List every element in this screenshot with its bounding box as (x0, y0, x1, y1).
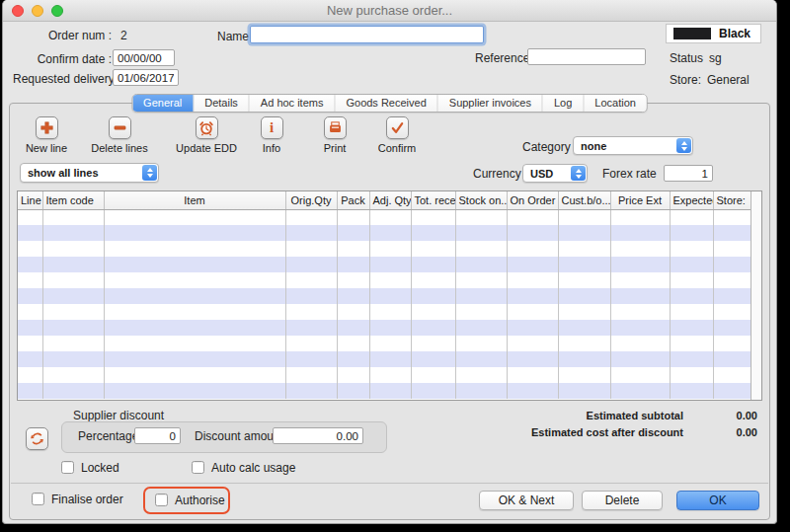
forex-rate-input[interactable] (664, 165, 713, 182)
order-lines-table: LineItem codeItemOrig.QtyPackAdj. QtyTot… (17, 190, 762, 401)
line-filter-value: show all lines (28, 167, 99, 179)
minus-icon (113, 120, 127, 135)
column-header-adj-qty[interactable]: Adj. Qty (369, 191, 411, 209)
column-header-item-code[interactable]: Item code (42, 191, 104, 209)
locked-checkbox[interactable] (61, 461, 74, 474)
table-row[interactable] (18, 336, 752, 351)
column-header-pack[interactable]: Pack (337, 191, 369, 209)
delete-lines-button[interactable]: Delete lines (75, 116, 164, 154)
general-tab-panel: New line Delete lines Update EDD (9, 103, 770, 520)
tab-general[interactable]: General (132, 95, 194, 112)
column-header-store[interactable]: Store: (713, 191, 752, 209)
table-row[interactable] (18, 320, 752, 336)
supplier-discount-label: Supplier discount (73, 409, 164, 422)
tab-bar: GeneralDetailsAd hoc itemsGoods Received… (131, 94, 648, 113)
column-header-expected[interactable]: Expected... (670, 191, 713, 209)
line-filter-dropdown[interactable]: show all lines (20, 163, 159, 183)
table-scrollbar[interactable] (750, 191, 761, 400)
color-swatch (673, 28, 711, 39)
confirm-label: Confirm (353, 142, 441, 154)
discount-amount-input[interactable] (273, 427, 363, 444)
confirm-date-input[interactable] (113, 49, 175, 66)
reference-label: Reference (475, 51, 529, 65)
refresh-icon (30, 431, 44, 446)
auto-calc-usage-checkbox[interactable] (192, 461, 204, 474)
printer-icon (328, 120, 343, 135)
info-icon: i (270, 120, 274, 135)
order-num-label: Order num : (23, 29, 112, 42)
tab-location[interactable]: Location (584, 95, 647, 112)
percentage-label: Percentage (78, 429, 138, 443)
category-label: Category (522, 140, 571, 154)
column-header-item[interactable]: Item (104, 191, 285, 209)
currency-dropdown[interactable]: USD (522, 164, 588, 183)
locked-label: Locked (81, 461, 119, 475)
estimated-cost-after-discount-value: 0.00 (698, 426, 757, 438)
confirm-button[interactable]: Confirm (353, 116, 441, 154)
column-header-stock-on[interactable]: Stock on... (455, 191, 507, 209)
table-row[interactable] (18, 304, 752, 320)
currency-label: Currency (473, 167, 521, 181)
table-row[interactable] (18, 209, 752, 225)
authorise-checkbox[interactable] (155, 494, 168, 506)
table-row[interactable] (18, 383, 752, 399)
auto-calc-usage-label: Auto calc usage (211, 461, 295, 475)
tab-ad-hoc-items[interactable]: Ad hoc items (250, 95, 336, 112)
category-value: none (581, 140, 606, 152)
stepper-arrows-icon (571, 166, 586, 181)
store-label: Store: (670, 73, 701, 87)
color-swatch-box[interactable]: Black (666, 24, 761, 43)
store-value: General (707, 73, 750, 87)
estimated-cost-after-discount-label: Estimated cost after discount (486, 426, 683, 438)
table-row[interactable] (18, 241, 752, 257)
tab-supplier-invoices[interactable]: Supplier invoices (438, 95, 543, 112)
name-input[interactable] (250, 26, 484, 43)
column-header-orig-qty[interactable]: Orig.Qty (285, 191, 337, 209)
percentage-input[interactable] (134, 427, 181, 444)
stepper-arrows-icon (676, 138, 691, 153)
delete-button[interactable]: Delete (582, 491, 663, 510)
currency-value: USD (530, 168, 553, 180)
ok-and-next-button[interactable]: OK & Next (479, 491, 574, 510)
alarm-clock-icon (198, 120, 214, 136)
purchase-order-window: New purchase order... Order num : 2 Name… (2, 0, 777, 524)
table-row[interactable] (18, 367, 752, 383)
title-bar[interactable]: New purchase order... (3, 0, 776, 22)
color-swatch-label: Black (719, 27, 750, 40)
confirm-date-label: Confirm date : (21, 52, 112, 66)
checkmark-icon (390, 120, 405, 135)
column-header-tot-rece[interactable]: Tot. rece... (411, 191, 455, 209)
status-label: Status (670, 51, 703, 65)
delete-lines-label: Delete lines (75, 142, 164, 154)
finalise-order-label: Finalise order (51, 493, 123, 506)
category-dropdown[interactable]: none (573, 136, 693, 155)
column-header-cust-b-o[interactable]: Cust.b/o... (558, 191, 610, 209)
ok-button[interactable]: OK (676, 491, 759, 510)
finalise-order-checkbox[interactable] (32, 493, 44, 505)
table-row[interactable] (18, 257, 752, 272)
table-row[interactable] (18, 288, 752, 304)
column-header-line[interactable]: Line (18, 191, 42, 209)
tab-details[interactable]: Details (194, 95, 250, 112)
column-header-price-ext[interactable]: Price Ext (610, 191, 670, 209)
table-row[interactable] (18, 225, 752, 241)
estimated-subtotal-value: 0.00 (698, 410, 757, 421)
table-row[interactable] (18, 351, 752, 367)
tab-log[interactable]: Log (543, 95, 584, 112)
recalculate-discount-button[interactable] (26, 427, 48, 450)
authorise-highlight-box: Authorise (143, 487, 230, 514)
tab-goods-received[interactable]: Goods Received (335, 95, 437, 112)
reference-input[interactable] (527, 48, 646, 65)
window-title: New purchase order... (3, 0, 776, 22)
footer-divider (11, 483, 768, 484)
status-row: Statussg (670, 51, 722, 65)
table-row[interactable] (18, 272, 752, 288)
plus-icon (40, 120, 54, 135)
requested-delivery-input[interactable] (113, 69, 179, 86)
stepper-arrows-icon (142, 165, 157, 181)
status-value: sg (709, 51, 722, 65)
column-header-on-order[interactable]: On Order (507, 191, 558, 209)
discount-amount-label: Discount amount (195, 429, 283, 443)
estimated-subtotal-label: Estimated subtotal (486, 410, 683, 421)
requested-delivery-label: Requested delivery: (13, 72, 112, 86)
